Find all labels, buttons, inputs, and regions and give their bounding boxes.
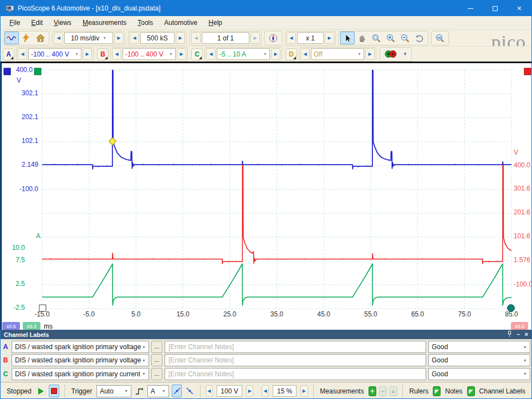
channel-d-range-next[interactable]: ▶ xyxy=(365,48,375,60)
menu-file[interactable]: File xyxy=(4,17,25,29)
zoom-out-button[interactable] xyxy=(398,32,412,44)
buffer-navigator-button[interactable] xyxy=(266,32,280,44)
undo-zoom-button[interactable] xyxy=(412,32,427,44)
channel-a-button[interactable]: A xyxy=(3,48,14,60)
advanced-trigger-button[interactable] xyxy=(134,385,145,397)
timebase-select[interactable]: 10 ms/div▼ xyxy=(64,32,113,44)
buffer-next-button[interactable]: ▶ xyxy=(250,32,260,44)
time-marker-handle[interactable] xyxy=(508,305,515,312)
rulers-toggle-button[interactable]: ◤ xyxy=(433,386,441,396)
scope-view[interactable]: 400.0302.1202.1102.12.149-100.0400.0301.… xyxy=(1,62,531,330)
samples-next-button[interactable]: ▶ xyxy=(176,32,185,44)
trigger-marker[interactable] xyxy=(109,137,116,145)
zoom-field[interactable]: x 1 xyxy=(297,32,324,44)
buffer-prev-button[interactable]: ◀ xyxy=(191,32,201,44)
channel-c-range-next[interactable]: ▶ xyxy=(271,48,280,60)
trigger-source-select[interactable]: A▼ xyxy=(147,385,169,397)
chevron-down-icon: ▼ xyxy=(142,345,146,349)
marquee-zoom-button[interactable] xyxy=(369,32,383,44)
pretrigger-field[interactable]: 15 % xyxy=(273,385,296,397)
chevron-down-icon: ▼ xyxy=(103,36,106,40)
minimize-button[interactable] xyxy=(458,1,483,16)
channel-a-range-prev[interactable]: ◀ xyxy=(18,48,27,60)
trigger-marker-button[interactable] xyxy=(381,48,400,60)
rising-edge-button[interactable] xyxy=(172,385,182,397)
channel-b-button[interactable]: B xyxy=(97,48,109,60)
menu-measurements[interactable]: Measurements xyxy=(77,17,132,29)
menu-automotive[interactable]: Automotive xyxy=(158,17,203,29)
close-button[interactable]: × xyxy=(507,1,531,16)
channel-label-select-b[interactable]: DIS / wasted spark ignition primary volt… xyxy=(12,354,149,366)
timebase-prev-button[interactable]: ◀ xyxy=(54,32,63,44)
channel-notes-input[interactable] xyxy=(165,341,426,353)
svg-text:65.0: 65.0 xyxy=(411,310,424,318)
channel-label-select-a[interactable]: DIS / wasted spark ignition primary volt… xyxy=(12,341,149,353)
falling-edge-button[interactable] xyxy=(185,385,195,397)
axis-marker-b[interactable] xyxy=(524,68,531,75)
zoom-next-button[interactable]: ▶ xyxy=(325,32,334,44)
trigger-marker-dropdown[interactable]: ▼ xyxy=(400,48,410,60)
samples-field[interactable]: 500 kS xyxy=(140,32,175,44)
channel-b-range-select[interactable]: -100 .. 400 V▼ xyxy=(122,48,176,60)
svg-text:301.6: 301.6 xyxy=(514,185,530,192)
rising-edge-icon xyxy=(173,387,181,395)
channel-c-range-select[interactable]: -5 .. 10 A▼ xyxy=(217,48,270,60)
menu-edit[interactable]: Edit xyxy=(25,17,48,29)
channel-c-button[interactable]: C xyxy=(191,48,203,60)
buffer-field[interactable]: 1 of 1 xyxy=(202,32,249,44)
zoom-badges[interactable]: x0.5x0.3x0.5 xyxy=(2,322,528,330)
samples-prev-button[interactable]: ◀ xyxy=(130,32,139,44)
channel-d-range-select[interactable]: Off▼ xyxy=(311,48,364,60)
trigger-level-up-button[interactable]: ▶ xyxy=(246,385,253,397)
channel-status-select[interactable]: Good▼ xyxy=(428,368,530,380)
edit-measurement-button[interactable]: ▲ xyxy=(390,386,397,396)
channel-notes-input[interactable] xyxy=(165,368,426,380)
autosetup-button[interactable] xyxy=(19,32,33,44)
channel-b-range-prev[interactable]: ◀ xyxy=(112,48,121,60)
pretrigger-down-button[interactable]: ◀ xyxy=(262,385,269,397)
panel-minimize-icon[interactable]: – xyxy=(516,331,520,337)
channel-a-range-next[interactable]: ▶ xyxy=(83,48,92,60)
waveform-view-button[interactable] xyxy=(4,32,19,44)
axis-marker-c[interactable] xyxy=(34,68,41,75)
channel-a-range-select[interactable]: -100 .. 400 V▼ xyxy=(28,48,81,60)
channel-c-range-prev[interactable]: ◀ xyxy=(206,48,216,60)
menu-tools[interactable]: Tools xyxy=(132,17,158,29)
axis-marker-a[interactable] xyxy=(4,68,11,75)
timebase-next-button[interactable]: ▶ xyxy=(114,32,124,44)
add-measurement-button[interactable]: + xyxy=(369,386,376,396)
channel-label-select-c[interactable]: DIS / wasted spark ignition primary curr… xyxy=(12,368,149,380)
menu-views[interactable]: Views xyxy=(48,17,77,29)
notes-toggle-button[interactable]: ◤ xyxy=(467,386,475,396)
zoom-100-button[interactable]: 100 xyxy=(433,32,447,44)
normal-selection-button[interactable] xyxy=(340,32,355,44)
start-button[interactable] xyxy=(36,385,47,397)
label-more-button[interactable]: ... xyxy=(151,368,162,380)
zoom-in-button[interactable] xyxy=(383,32,398,44)
channel-status-select[interactable]: Good▼ xyxy=(428,354,530,366)
remove-measurement-button[interactable]: − xyxy=(379,386,387,396)
trigger-mode-select[interactable]: Auto▼ xyxy=(96,385,131,397)
stop-button[interactable] xyxy=(49,385,59,397)
zoom-prev-button[interactable]: ◀ xyxy=(287,32,296,44)
falling-edge-icon xyxy=(186,387,194,395)
axis-offset-handle[interactable] xyxy=(39,305,46,311)
menu-help[interactable]: Help xyxy=(203,17,228,29)
panel-close-icon[interactable]: × xyxy=(525,331,528,337)
maximize-button[interactable] xyxy=(483,1,507,16)
label-more-button[interactable]: ... xyxy=(151,341,162,353)
channel-b-range-next[interactable]: ▶ xyxy=(177,48,186,60)
channel-notes-input[interactable] xyxy=(165,354,426,366)
trigger-level-field[interactable]: 100 V xyxy=(217,385,242,397)
pretrigger-up-button[interactable]: ▶ xyxy=(300,385,308,397)
trigger-level-down-button[interactable]: ◀ xyxy=(206,385,213,397)
hand-tool-button[interactable] xyxy=(355,32,369,44)
pin-icon[interactable] xyxy=(507,331,512,338)
channel-status-select[interactable]: Good▼ xyxy=(428,341,530,353)
label-more-button[interactable]: ... xyxy=(151,354,162,366)
channel-label-value: DIS / wasted spark ignition primary volt… xyxy=(15,356,142,364)
channel-d-button[interactable]: D xyxy=(285,48,297,60)
svg-text:102.1: 102.1 xyxy=(22,137,38,145)
channel-d-range-prev[interactable]: ◀ xyxy=(300,48,310,60)
home-button[interactable] xyxy=(33,32,48,44)
